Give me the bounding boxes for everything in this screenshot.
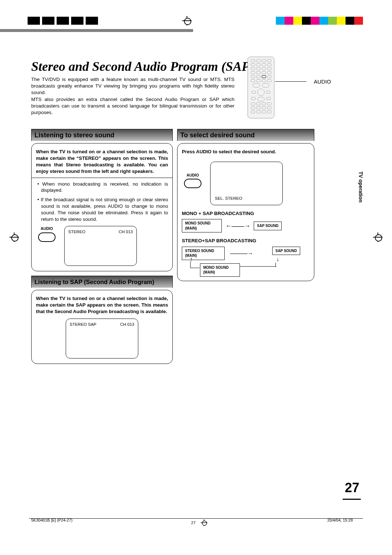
stereo-sap-broadcasting-label: STEREO+SAP BROADCASTING	[182, 238, 310, 244]
stereo-bullet-2: • If the broadcast signal is not strong …	[37, 197, 168, 222]
tv-stereo-label: STEREO	[68, 229, 85, 235]
crosshair-bottom-icon	[201, 519, 207, 526]
audio-callout-label: AUDIO	[314, 78, 331, 85]
flow-line-h2	[190, 268, 200, 268]
stereo-sound-main-box: STEREO SOUND (MAIN)	[182, 247, 225, 260]
intro-text: The TV/DVD is equipped with a feature kn…	[31, 76, 234, 116]
flow-line-v2	[190, 261, 191, 268]
audio-button-label: AUDIO	[36, 226, 58, 231]
crosshair-left-icon	[9, 232, 19, 242]
gray-registration-line	[0, 29, 193, 32]
flow-line	[240, 266, 276, 267]
footer: 5K30401B [E] (P24-27) 27 20/4/04, 15:28	[31, 518, 353, 527]
sap-sound-box-2: SAP SOUND	[272, 247, 300, 255]
crosshair-top-icon	[182, 16, 192, 25]
registration-bar	[6, 16, 392, 25]
stereo-tv-display: STEREO CH 013	[64, 226, 137, 266]
footer-center: 27	[191, 520, 196, 525]
footer-left: 5K30401B [E] (P24-27)	[31, 518, 73, 527]
flow-line-v	[275, 263, 276, 267]
stereo-bullet-1: • When mono broadcasting is received, no…	[37, 181, 168, 194]
crosshair-right-icon	[373, 232, 383, 242]
select-audio-button-label: AUDIO	[182, 173, 204, 178]
sap-lead: When the TV is turned on or a channel se…	[36, 295, 168, 315]
sap-sound-box: SAP SOUND	[254, 222, 282, 230]
mono-sound-main-box: MONO SOUND (MAIN)	[182, 219, 222, 232]
select-audio-button-icon	[184, 179, 201, 188]
tv-sap-channel-label: CH 013	[120, 322, 134, 328]
page-title: Stereo and Second Audio Program (SAP)	[31, 59, 353, 74]
select-tv-display: SEL. STEREO	[210, 162, 283, 205]
down-arrow-icon: ↓	[276, 255, 279, 263]
mono-sound-main-box-2: MONO SOUND (MAIN)	[200, 263, 240, 277]
select-lead: Press AUDIO to select the desired sound.	[182, 149, 310, 155]
side-tab-label: TV operation	[358, 171, 364, 203]
select-section-heading: To select desired sound	[177, 129, 314, 141]
color-registration-swatches	[276, 17, 363, 25]
page-number-underline	[343, 499, 361, 500]
stereo-section-heading: Listening to stereo sound	[31, 129, 173, 141]
stereo-sap-flow: STEREO SOUND (MAIN) ———→ SAP SOUND MONO …	[182, 247, 302, 276]
sap-tv-display: STEREO SAP CH 013	[66, 319, 138, 358]
footer-right: 20/4/04, 15:28	[327, 518, 353, 527]
black-registration-blocks	[28, 17, 98, 25]
sap-panel: When the TV is turned on or a channel se…	[31, 290, 173, 364]
tv-channel-label: CH 013	[119, 229, 133, 235]
mono-sap-broadcasting-label: MONO + SAP BROADCASTING	[182, 210, 310, 217]
mono-sap-flow: MONO SOUND (MAIN) ←——→ SAP SOUND	[182, 219, 310, 232]
right-arrow-icon: ———→	[225, 250, 258, 258]
audio-button-icon	[38, 232, 56, 242]
remote-audio-button	[262, 75, 266, 78]
tv-sel-stereo-label: SEL. STEREO	[215, 196, 242, 202]
tv-sap-label: STEREO SAP	[70, 322, 97, 328]
stereo-lead: When the TV is turned on or a channel se…	[36, 149, 168, 174]
select-panel: Press AUDIO to select the desired sound.…	[177, 143, 314, 281]
divider	[32, 178, 172, 178]
page-number: 27	[345, 480, 359, 498]
audio-callout-line	[275, 81, 306, 82]
remote-illustration	[248, 57, 274, 118]
sap-section-heading: Listening to SAP (Second Audio Program)	[31, 276, 173, 288]
double-arrow-icon: ←——→	[225, 222, 250, 230]
stereo-panel: When the TV is turned on or a channel se…	[31, 143, 173, 271]
